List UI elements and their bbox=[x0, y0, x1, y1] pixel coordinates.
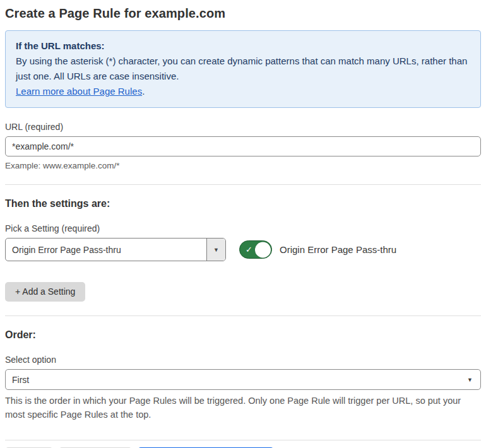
info-box-heading: If the URL matches: bbox=[16, 38, 470, 54]
page-title: Create a Page Rule for example.com bbox=[5, 6, 481, 21]
setting-picker-value: Origin Error Page Pass-thru bbox=[6, 239, 206, 261]
select-option-label: Select option bbox=[5, 355, 481, 365]
learn-more-link[interactable]: Learn more about Page Rules bbox=[16, 86, 142, 97]
order-select-value: First bbox=[12, 375, 29, 385]
url-field-label: URL (required) bbox=[5, 122, 481, 132]
settings-section-heading: Then the settings are: bbox=[5, 198, 481, 209]
setting-toggle-label: Origin Error Page Pass-thru bbox=[280, 244, 396, 255]
link-period: . bbox=[142, 86, 145, 97]
url-match-info-box: If the URL matches: By using the asteris… bbox=[5, 30, 481, 108]
order-helper-text: This is the order in which your Page Rul… bbox=[5, 394, 475, 421]
info-box-link-line: Learn more about Page Rules. bbox=[16, 84, 470, 99]
setting-toggle[interactable]: ✓ bbox=[239, 240, 272, 259]
info-box-body: By using the asterisk (*) character, you… bbox=[16, 54, 470, 84]
url-input[interactable] bbox=[5, 136, 481, 156]
divider bbox=[5, 440, 481, 440]
setting-row: Origin Error Page Pass-thru ▼ ✓ Origin E… bbox=[5, 238, 481, 261]
pick-setting-label: Pick a Setting (required) bbox=[5, 223, 481, 233]
toggle-knob bbox=[255, 242, 271, 257]
chevron-down-icon: ▼ bbox=[467, 377, 473, 383]
url-helper-text: Example: www.example.com/* bbox=[5, 161, 481, 170]
divider bbox=[5, 315, 481, 316]
divider bbox=[5, 184, 481, 185]
setting-picker-dropdown[interactable]: Origin Error Page Pass-thru ▼ bbox=[5, 238, 226, 261]
create-page-rule-form: Create a Page Rule for example.com If th… bbox=[0, 0, 486, 448]
order-section-heading: Order: bbox=[5, 329, 481, 341]
add-setting-button[interactable]: + Add a Setting bbox=[5, 282, 85, 302]
check-icon: ✓ bbox=[246, 245, 252, 254]
order-select[interactable]: First ▼ bbox=[5, 369, 481, 390]
chevron-down-icon[interactable]: ▼ bbox=[206, 239, 225, 261]
